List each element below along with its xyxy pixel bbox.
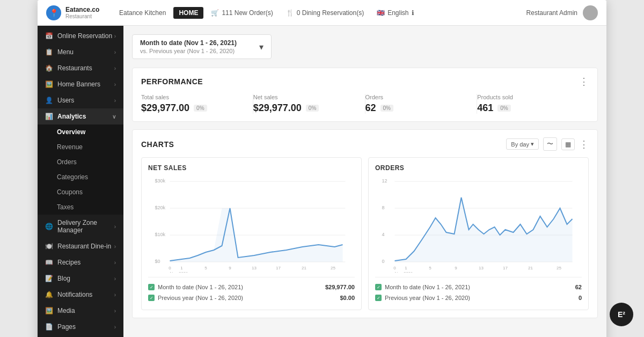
sidebar-sub-taxes[interactable]: Taxes (38, 200, 123, 215)
nav-right: Restaurant Admin (526, 5, 598, 20)
net-sales-svg: $30k $20k $10k $0 (148, 176, 355, 273)
chevron-right-icon: › (114, 308, 116, 314)
sidebar-item-home-banners[interactable]: 🖼️Home Banners › (38, 76, 123, 92)
svg-text:0: 0 (393, 266, 396, 270)
logo-icon: 📍 (46, 5, 61, 20)
charts-section: CHARTS By day ▾ 〜 ▦ ⋮ NET SALES (132, 129, 598, 318)
date-filter-dropdown[interactable]: Month to date (Nov 1 - 26, 2021) vs. Pre… (132, 34, 272, 59)
orders-chart-title: ORDERS (375, 164, 582, 172)
performance-menu-button[interactable]: ⋮ (579, 76, 589, 87)
dining-icon: 🍽️ (45, 243, 53, 250)
analytics-submenu: Overview Revenue Orders Categories Coupo… (38, 124, 123, 215)
date-filter-main: Month to date (Nov 1 - 26, 2021) (140, 39, 237, 47)
date-filter-sub: vs. Previous year (Nov 1 - 26, 2020) (140, 48, 237, 54)
performance-header: PERFORMANCE ⋮ (141, 76, 589, 87)
sidebar-item-media[interactable]: 🖼️Media › (38, 303, 123, 319)
watermark: E² (610, 303, 633, 326)
sidebar: 📅Online Reservation › 📋Menu › 🏠Restauran… (38, 26, 123, 337)
sidebar-item-notifications[interactable]: 🔔Notifications › (38, 287, 123, 303)
recipes-icon: 📖 (45, 259, 53, 266)
performance-title: PERFORMANCE (141, 77, 203, 86)
sidebar-sub-overview[interactable]: Overview (38, 124, 123, 140)
admin-label: Restaurant Admin (526, 9, 577, 17)
chevron-right-icon: › (114, 324, 116, 330)
sidebar-main-section: 📅Online Reservation › 📋Menu › 🏠Restauran… (38, 26, 123, 337)
charts-title: CHARTS (141, 140, 174, 149)
net-sales-chart-title: NET SALES (148, 164, 355, 172)
charts-controls: By day ▾ 〜 ▦ ⋮ (506, 137, 589, 151)
svg-text:9: 9 (229, 266, 231, 270)
nav-home[interactable]: HOME (173, 7, 203, 19)
legend-item-previous: ✓ Previous year (Nov 1 - 26, 2020) $0.00 (148, 292, 355, 303)
logo: 📍 Eatance.co Restaurant (46, 5, 105, 20)
sidebar-item-blog[interactable]: 📝Blog › (38, 270, 123, 287)
svg-text:$30k: $30k (155, 178, 166, 184)
sidebar-item-online-reservation[interactable]: 📅Online Reservation › (38, 28, 123, 44)
sidebar-item-menu[interactable]: 📋Menu › (38, 44, 123, 60)
logo-text: Eatance.co Restaurant (65, 6, 99, 19)
sidebar-item-restaurants[interactable]: 🏠Restaurants › (38, 60, 123, 76)
svg-text:0: 0 (169, 266, 171, 270)
line-chart-button[interactable]: 〜 (543, 137, 557, 151)
nav-tabs: Eatance Kitchen HOME 🛒 111 New Order(s) … (114, 7, 518, 19)
legend-check-current: ✓ (148, 284, 155, 290)
chevron-right-icon: › (114, 244, 116, 250)
svg-text:Nov 2021: Nov 2021 (395, 271, 414, 273)
bar-chart-button[interactable]: ▦ (561, 138, 575, 150)
sidebar-item-contact[interactable]: ✉️Contact 1 (38, 335, 123, 337)
net-sales-chart-area: $30k $20k $10k $0 (148, 176, 355, 273)
analytics-icon: 📊 (45, 113, 53, 120)
svg-text:5: 5 (204, 266, 207, 270)
sidebar-sub-categories[interactable]: Categories (38, 170, 123, 185)
svg-text:17: 17 (276, 266, 281, 270)
info-icon: ℹ (412, 9, 414, 17)
sidebar-item-recipes[interactable]: 📖Recipes › (38, 254, 123, 270)
chevron-right-icon: › (114, 49, 116, 55)
globe-icon: 🌐 (45, 223, 53, 230)
menu-icon: 📋 (45, 48, 53, 56)
chevron-down-icon: ▾ (531, 141, 534, 148)
svg-text:17: 17 (503, 266, 508, 270)
main-content: Month to date (Nov 1 - 26, 2021) vs. Pre… (123, 26, 606, 337)
sidebar-item-analytics[interactable]: 📊Analytics ∨ (38, 108, 123, 124)
svg-text:13: 13 (479, 266, 484, 270)
top-navigation: 📍 Eatance.co Restaurant Eatance Kitchen … (38, 0, 606, 26)
sidebar-sub-orders[interactable]: Orders (38, 155, 123, 170)
nav-orders[interactable]: 🛒 111 New Order(s) (206, 7, 278, 19)
by-day-button[interactable]: By day ▾ (506, 138, 539, 150)
sidebar-item-pages[interactable]: 📄Pages › (38, 319, 123, 335)
avatar[interactable] (583, 5, 598, 20)
chevron-down-icon: ∨ (112, 114, 116, 120)
metric-net-sales: Net sales $29,977.00 0% (253, 94, 365, 114)
legend-check-previous: ✓ (148, 295, 155, 301)
metrics-row: Total sales $29,977.00 0% Net sales $29,… (141, 94, 589, 114)
sidebar-item-delivery-zone[interactable]: 🌐Delivery Zone Manager › (38, 215, 123, 238)
charts-menu-button[interactable]: ⋮ (579, 138, 589, 150)
nav-kitchen[interactable]: Eatance Kitchen (114, 7, 171, 19)
legend-item-current: ✓ Month to date (Nov 1 - 26, 2021) $29,9… (148, 282, 355, 292)
chevron-right-icon: › (114, 276, 116, 282)
restaurant-icon: 🏠 (45, 64, 53, 72)
charts-row: NET SALES $30k $20k $10k $0 (141, 157, 589, 310)
nav-language[interactable]: 🇬🇧 English ℹ (371, 7, 419, 19)
charts-header: CHARTS By day ▾ 〜 ▦ ⋮ (141, 137, 589, 151)
svg-text:$10k: $10k (155, 232, 166, 237)
calendar-icon: 📅 (45, 32, 53, 40)
sidebar-item-users[interactable]: 👤Users › (38, 92, 123, 108)
flag-icon: 🇬🇧 (377, 9, 385, 17)
orders-legend: ✓ Month to date (Nov 1 - 26, 2021) 62 ✓ … (375, 277, 582, 303)
svg-text:5: 5 (429, 266, 431, 270)
nav-dining[interactable]: 🍴 0 Dining Reservation(s) (281, 7, 369, 19)
svg-text:Nov 2021: Nov 2021 (170, 271, 189, 273)
svg-text:21: 21 (528, 266, 533, 270)
orders-legend-previous: ✓ Previous year (Nov 1 - 26, 2020) 0 (375, 292, 582, 303)
orders-chart: ORDERS 12 8 4 0 (368, 157, 589, 310)
date-filter-chevron: ▾ (259, 42, 264, 52)
sidebar-item-dine-in[interactable]: 🍽️Restaurant Dine-in › (38, 238, 123, 254)
chevron-right-icon: › (114, 224, 116, 230)
sidebar-sub-coupons[interactable]: Coupons (38, 185, 123, 200)
net-sales-chart: NET SALES $30k $20k $10k $0 (141, 157, 362, 310)
svg-text:8: 8 (382, 205, 385, 210)
performance-section: PERFORMANCE ⋮ Total sales $29,977.00 0% … (132, 68, 598, 122)
sidebar-sub-revenue[interactable]: Revenue (38, 140, 123, 155)
